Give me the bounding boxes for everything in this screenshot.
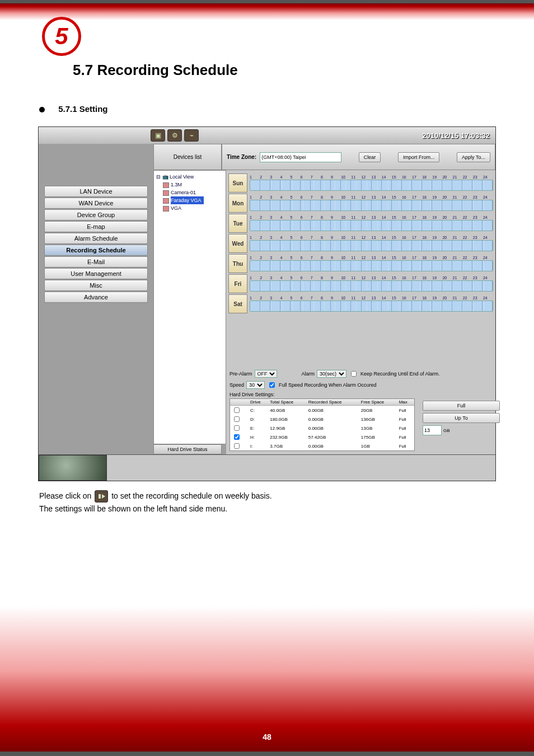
- keep-recording-label: Keep Recording Until End of Alarm.: [360, 371, 440, 377]
- schedule-grid[interactable]: Sun1234567891011121314151617181920212223…: [226, 170, 495, 366]
- hour-bar[interactable]: [250, 180, 493, 191]
- hd-status-label: Hard Drive Status: [153, 444, 222, 454]
- nav-recording-schedule[interactable]: Recording Schedule: [44, 245, 148, 256]
- day-label: Mon: [228, 194, 247, 213]
- tree-item[interactable]: 1.3M: [156, 181, 223, 189]
- hour-bar[interactable]: [250, 280, 493, 292]
- clock: 2010/12/15 17:03:32: [422, 132, 490, 140]
- nav-advance[interactable]: Advance: [44, 292, 148, 303]
- hd-header: [230, 399, 249, 406]
- day-row-mon[interactable]: Mon1234567891011121314151617181920212223…: [228, 194, 493, 213]
- alarm-select[interactable]: 30(sec): [317, 370, 346, 378]
- chapter-badge: 5: [42, 17, 81, 56]
- prealarm-label: Pre-Alarm: [229, 371, 252, 377]
- nav-e-map[interactable]: E-map: [44, 221, 148, 232]
- prealarm-select[interactable]: OFF: [255, 370, 277, 378]
- tree-item[interactable]: Faraday VGA: [156, 196, 223, 204]
- day-label: Sat: [228, 294, 247, 313]
- window-toolbar: ▣ ⚙ ⌁ 2010/12/15 17:03:32: [39, 127, 495, 144]
- record-settings: Pre-Alarm OFF Alarm 30(sec) Keep Recordi…: [226, 366, 495, 454]
- hd-header: Recorded Space: [307, 399, 359, 406]
- nav-user-management[interactable]: User Management: [44, 268, 148, 279]
- schedule-icon: [95, 490, 108, 503]
- hd-gb-unit: GB: [443, 428, 450, 433]
- sub-heading: 5.7.1 Setting: [58, 104, 107, 114]
- day-label: Fri: [228, 274, 247, 293]
- hd-settings-label: Hard Drive Settings:: [229, 392, 492, 397]
- hd-row-checkbox[interactable]: [234, 425, 240, 431]
- day-label: Sun: [228, 173, 247, 192]
- instruction-text: Please click on to set the recording sch…: [39, 490, 500, 515]
- heading-text: Recording Schedule: [97, 62, 237, 78]
- hd-row-checkbox[interactable]: [234, 416, 240, 422]
- table-row[interactable]: D:180.0GB0.00GB136GBFull: [230, 415, 414, 424]
- hd-row-checkbox[interactable]: [234, 443, 240, 449]
- hour-bar[interactable]: [250, 240, 493, 251]
- speed-label: Speed: [229, 382, 244, 388]
- nav-misc[interactable]: Misc: [44, 280, 148, 291]
- instr-c: The settings will be shown on the left h…: [39, 504, 227, 513]
- day-row-sun[interactable]: Sun1234567891011121314151617181920212223…: [228, 173, 493, 192]
- table-row[interactable]: I:3.7GB0.00GB1GBFull: [230, 442, 414, 450]
- speed-select[interactable]: 30: [246, 381, 265, 389]
- hd-header: Free Space: [359, 399, 397, 406]
- heading-num: 5.7: [73, 62, 97, 78]
- devices-list-header: Devices list: [153, 144, 222, 170]
- full-speed-checkbox[interactable]: [269, 382, 275, 388]
- nav-alarm-schedule[interactable]: Alarm Schedule: [44, 233, 148, 244]
- nav-e-mail[interactable]: E-Mail: [44, 256, 148, 267]
- hd-header: Total Space: [268, 399, 307, 406]
- import-button[interactable]: Import From...: [398, 152, 440, 162]
- instr-a: Please click on: [39, 491, 93, 500]
- table-row[interactable]: E:12.9GB0.00GB13GBFull: [230, 424, 414, 433]
- hd-header: Drive: [249, 399, 268, 406]
- keep-recording-checkbox[interactable]: [351, 371, 357, 377]
- hour-bar[interactable]: [250, 260, 493, 271]
- day-label: Thu: [228, 254, 247, 273]
- tree-root[interactable]: ⊟ 📺 Local View: [156, 173, 223, 181]
- day-row-tue[interactable]: Tue1234567891011121314151617181920212223…: [228, 214, 493, 233]
- full-speed-label: Full Speed Recording When Alarm Occured: [279, 382, 377, 388]
- hour-bar[interactable]: [250, 300, 493, 312]
- page-number: 48: [0, 732, 534, 741]
- day-row-fri[interactable]: Fri1234567891011121314151617181920212223…: [228, 274, 493, 293]
- apply-button[interactable]: Apply To...: [457, 152, 490, 162]
- hd-row-checkbox[interactable]: [234, 434, 240, 440]
- bullet-icon: [39, 107, 45, 112]
- timezone-input[interactable]: [260, 152, 341, 162]
- tree-item[interactable]: VGA: [156, 204, 223, 212]
- day-row-sat[interactable]: Sat1234567891011121314151617181920212223…: [228, 294, 493, 313]
- day-label: Tue: [228, 214, 247, 233]
- camera-preview: [39, 455, 107, 481]
- page-title: 5.7 Recording Schedule: [73, 62, 500, 79]
- hd-table[interactable]: DriveTotal SpaceRecorded SpaceFree Space…: [229, 398, 415, 451]
- tree-item[interactable]: Camera-01: [156, 189, 223, 196]
- table-row[interactable]: H:232.9GB57.42GB175GBFull: [230, 433, 414, 442]
- hd-row-checkbox[interactable]: [234, 407, 240, 413]
- device-tree[interactable]: ⊟ 📺 Local View1.3MCamera-01Faraday VGAVG…: [153, 170, 226, 444]
- toolbar-icon-a[interactable]: ▣: [151, 129, 165, 142]
- nav-lan-device[interactable]: LAN Device: [44, 186, 148, 197]
- instr-b: to set the recording schedule on weekly …: [111, 491, 271, 500]
- app-window: ▣ ⚙ ⌁ 2010/12/15 17:03:32 LAN DeviceWAN …: [38, 126, 496, 481]
- nav-wan-device[interactable]: WAN Device: [44, 198, 148, 209]
- day-row-wed[interactable]: Wed1234567891011121314151617181920212223…: [228, 234, 493, 253]
- hour-bar[interactable]: [250, 200, 493, 211]
- toolbar-gear-icon[interactable]: ⚙: [167, 129, 182, 142]
- day-row-thu[interactable]: Thu1234567891011121314151617181920212223…: [228, 254, 493, 273]
- hd-gb-input[interactable]: [423, 425, 442, 435]
- clear-button[interactable]: Clear: [359, 152, 381, 162]
- alarm-label: Alarm: [302, 371, 315, 377]
- hd-full-button[interactable]: Full: [423, 401, 500, 411]
- timezone-label: Time Zone:: [227, 154, 256, 160]
- hour-bar[interactable]: [250, 220, 493, 231]
- toolbar-schedule-icon[interactable]: ⌁: [184, 129, 199, 142]
- sub-heading-row: 5.7.1 Setting: [39, 104, 500, 114]
- nav-device-group[interactable]: Device Group: [44, 209, 148, 220]
- side-nav: LAN DeviceWAN DeviceDevice GroupE-mapAla…: [39, 175, 153, 454]
- table-row[interactable]: C:40.0GB0.00GB20GBFull: [230, 406, 414, 415]
- day-label: Wed: [228, 234, 247, 253]
- hd-upto-button[interactable]: Up To: [423, 413, 500, 423]
- preview-bar: [39, 454, 495, 481]
- hd-header: Max: [397, 399, 414, 406]
